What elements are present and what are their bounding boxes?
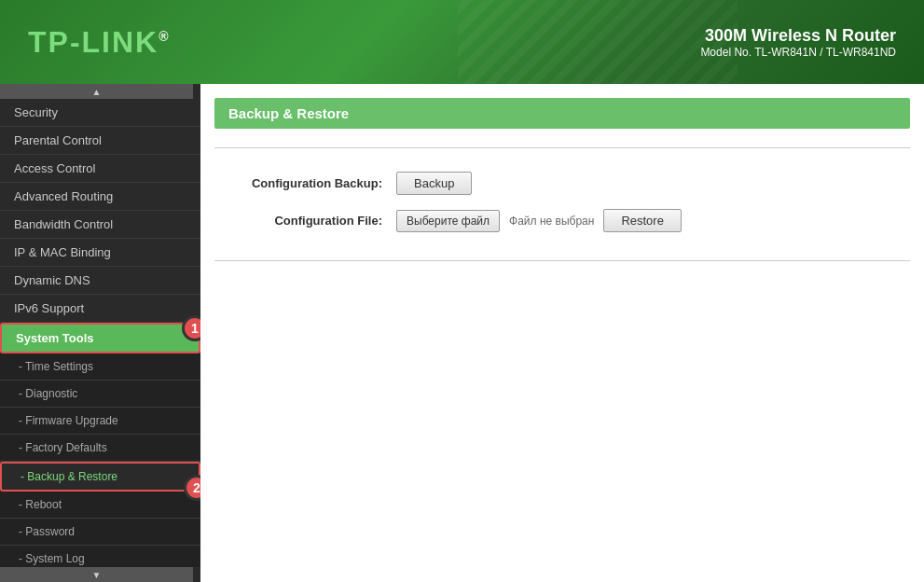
sidebar-item-backup-restore[interactable]: - Backup & Restore — [0, 462, 200, 492]
scroll-down-arrow[interactable]: ▼ — [0, 567, 193, 582]
main-layout: ▲ Security Parental Control Access Contr… — [0, 84, 924, 582]
scroll-up-arrow[interactable]: ▲ — [0, 84, 193, 99]
sidebar-item-ip-mac-binding[interactable]: IP & MAC Binding — [0, 239, 200, 267]
router-name: 300M Wireless N Router — [700, 26, 896, 46]
sidebar-item-time-settings[interactable]: - Time Settings — [0, 353, 200, 381]
sidebar-system-tools-wrapper: System Tools 1 — [0, 323, 200, 353]
badge-1: 1 — [182, 315, 200, 341]
backup-row: Configuration Backup: Backup — [228, 172, 896, 195]
logo: TP-LINK® — [28, 25, 171, 60]
backup-label: Configuration Backup: — [228, 176, 396, 190]
separator-bottom — [214, 260, 910, 261]
backup-controls: Backup — [396, 172, 472, 195]
page-title: Backup & Restore — [228, 105, 896, 121]
logo-tm: ® — [159, 29, 170, 44]
separator-top — [214, 147, 910, 148]
page-title-bar: Backup & Restore — [214, 98, 910, 129]
choose-file-button[interactable]: Выберите файл — [396, 210, 500, 232]
file-controls: Выберите файл Файл не выбран Restore — [396, 209, 682, 232]
sidebar-item-advanced-routing[interactable]: Advanced Routing — [0, 183, 200, 211]
sidebar: ▲ Security Parental Control Access Contr… — [0, 84, 200, 582]
sidebar-item-access-control[interactable]: Access Control — [0, 155, 200, 183]
form-area: Configuration Backup: Backup Configurati… — [200, 162, 924, 256]
sidebar-item-diagnostic[interactable]: - Diagnostic — [0, 381, 200, 408]
sidebar-scroll[interactable]: Security Parental Control Access Control… — [0, 99, 200, 567]
sidebar-item-parental-control[interactable]: Parental Control — [0, 127, 200, 155]
restore-button[interactable]: Restore — [603, 209, 682, 232]
sidebar-item-factory-defaults[interactable]: - Factory Defaults — [0, 435, 200, 462]
no-file-chosen-text: Файл не выбран — [509, 215, 594, 228]
content-area: Backup & Restore Configuration Backup: B… — [200, 84, 924, 582]
router-info: 300M Wireless N Router Model No. TL-WR84… — [700, 26, 896, 59]
sidebar-item-bandwidth-control[interactable]: Bandwidth Control — [0, 211, 200, 239]
content-inner: Backup & Restore Configuration Backup: B… — [200, 84, 924, 582]
sidebar-item-reboot[interactable]: - Reboot — [0, 492, 200, 519]
model-number: Model No. TL-WR841N / TL-WR841ND — [700, 46, 896, 59]
file-label: Configuration File: — [228, 214, 396, 228]
file-row: Configuration File: Выберите файл Файл н… — [228, 209, 896, 232]
header: TP-LINK® 300M Wireless N Router Model No… — [0, 0, 924, 84]
sidebar-item-firmware-upgrade[interactable]: - Firmware Upgrade — [0, 408, 200, 435]
sidebar-item-system-log[interactable]: - System Log — [0, 546, 200, 567]
sidebar-item-password[interactable]: - Password — [0, 519, 200, 546]
sidebar-item-security[interactable]: Security — [0, 99, 200, 127]
sidebar-backup-restore-wrapper: - Backup & Restore 2 — [0, 462, 200, 492]
sidebar-item-ipv6-support[interactable]: IPv6 Support — [0, 295, 200, 323]
sidebar-item-dynamic-dns[interactable]: Dynamic DNS — [0, 267, 200, 295]
sidebar-item-system-tools[interactable]: System Tools — [0, 323, 200, 353]
backup-button[interactable]: Backup — [396, 172, 472, 195]
